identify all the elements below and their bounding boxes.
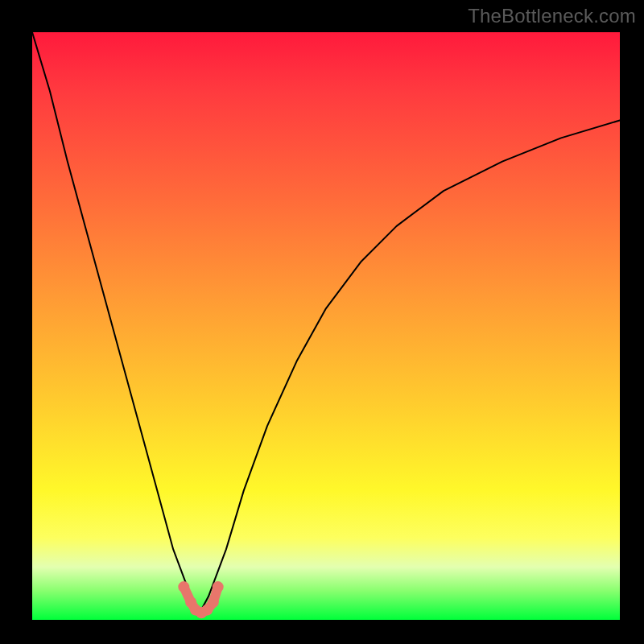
optimal-range-marker-dot [213,581,224,592]
bottleneck-curve [32,32,620,613]
chart-plot-area [32,32,620,620]
optimal-range-marker-dot [178,581,189,592]
optimal-range-marker-dot [208,597,219,608]
bottleneck-chart-svg [32,32,620,620]
watermark-text: TheBottleneck.com [468,5,636,27]
